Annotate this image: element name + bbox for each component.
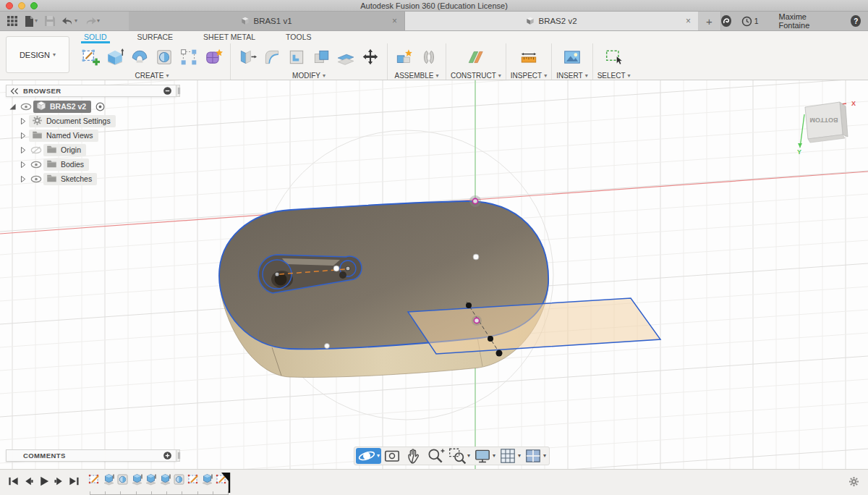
timeline-feature-hole[interactable]: [116, 473, 129, 486]
joint-icon[interactable]: [417, 45, 441, 69]
document-tab-bras2[interactable]: BRAS2 v2 ×: [405, 12, 698, 30]
new-tab-button[interactable]: +: [698, 12, 721, 30]
ribbon-tab-sheet-metal[interactable]: SHEET METAL: [200, 33, 258, 43]
browser-item-origin[interactable]: Origin: [6, 143, 179, 157]
group-dropdown-assemble[interactable]: ASSEMBLE▾: [395, 72, 439, 80]
collapse-panel-icon[interactable]: [10, 88, 19, 95]
timeline-feature-extrude[interactable]: [145, 473, 157, 486]
fillet-icon[interactable]: [260, 45, 284, 69]
timeline-feature-sketch[interactable]: [187, 473, 200, 486]
play-button[interactable]: [38, 475, 50, 488]
expand-icon[interactable]: [16, 160, 29, 169]
zoom-button[interactable]: [425, 448, 446, 464]
toolbar-group-modify: MODIFY▾: [235, 43, 383, 80]
timeline-settings-gear-icon[interactable]: [848, 476, 859, 490]
revolve-icon[interactable]: [127, 45, 152, 69]
group-dropdown-modify[interactable]: MODIFY▾: [292, 72, 326, 80]
group-dropdown-construct[interactable]: CONSTRUCT▾: [451, 72, 501, 80]
group-dropdown-create[interactable]: CREATE▾: [135, 72, 169, 80]
pan-button[interactable]: [403, 448, 425, 464]
select-box-icon[interactable]: [602, 45, 626, 69]
expand-icon[interactable]: [16, 117, 29, 126]
visibility-eye-icon[interactable]: [29, 160, 43, 169]
create-form-icon[interactable]: [201, 45, 226, 69]
viewcube[interactable]: BOTTOM X Y: [797, 100, 856, 156]
viewports-button[interactable]: ▾: [522, 448, 548, 464]
user-account[interactable]: Maxime Fontaine: [778, 12, 830, 30]
add-comment-icon[interactable]: [163, 451, 172, 460]
job-status[interactable]: 1: [741, 16, 759, 27]
browser-root-row[interactable]: BRAS2 v2: [6, 99, 179, 114]
timeline-playhead[interactable]: [221, 472, 232, 495]
go-to-start-button[interactable]: [7, 475, 20, 488]
viewport[interactable]: BOTTOM X Y BROWSER BRAS2 v2Document Sett…: [0, 80, 868, 469]
ribbon-tab-tools[interactable]: TOOLS: [283, 33, 314, 43]
activate-component-icon[interactable]: [95, 101, 106, 112]
insert-image-icon[interactable]: [560, 45, 584, 69]
comments-panel-header[interactable]: COMMENTS: [6, 449, 176, 462]
step-forward-button[interactable]: [53, 475, 65, 488]
redo-icon[interactable]: ▾: [83, 15, 101, 28]
help-icon[interactable]: ?: [851, 15, 861, 27]
timeline-feature-extrude[interactable]: [131, 473, 143, 486]
construct-plane-icon[interactable]: [464, 45, 488, 69]
pattern-icon[interactable]: [176, 45, 201, 69]
extrude-icon[interactable]: [103, 45, 127, 69]
group-dropdown-insert[interactable]: INSERT▾: [556, 72, 588, 80]
timeline-feature-sketch[interactable]: [88, 473, 101, 486]
timeline-feature-extrude[interactable]: [159, 473, 171, 486]
expand-icon[interactable]: [16, 174, 29, 184]
create-sketch-icon[interactable]: [78, 45, 103, 69]
browser-item-document-settings[interactable]: Document Settings: [6, 114, 179, 128]
grid-settings-button[interactable]: ▾: [497, 448, 522, 464]
offset-face-icon[interactable]: [333, 45, 358, 69]
new-component-icon[interactable]: [392, 45, 417, 69]
combine-icon[interactable]: [309, 45, 333, 69]
step-back-button[interactable]: [22, 475, 35, 488]
display-settings-button[interactable]: ▾: [472, 448, 497, 464]
measure-icon[interactable]: [516, 45, 541, 69]
browser-item-sketches[interactable]: Sketches: [6, 172, 179, 186]
browser-item-named-views[interactable]: Named Views: [6, 128, 179, 143]
expand-icon[interactable]: [16, 131, 29, 140]
zoom-window-button[interactable]: ▾: [446, 448, 472, 464]
browser-item-bodies[interactable]: Bodies: [6, 157, 179, 172]
look-at-button[interactable]: [381, 448, 403, 464]
toolbar-group-select: SELECT▾: [597, 43, 631, 80]
save-icon[interactable]: [43, 14, 56, 28]
extensions-icon[interactable]: [721, 15, 731, 27]
comments-panel-grip[interactable]: [176, 449, 180, 462]
shell-icon[interactable]: [284, 45, 309, 69]
zoom-window-button[interactable]: [30, 2, 38, 9]
visibility-eye-hidden-icon[interactable]: [29, 145, 43, 155]
browser-panel-grip[interactable]: [176, 85, 180, 97]
timeline-feature-extrude[interactable]: [201, 473, 213, 486]
app-grid-icon[interactable]: [6, 14, 19, 28]
remove-panel-icon[interactable]: [163, 86, 172, 96]
move-icon[interactable]: [358, 45, 383, 69]
timeline-feature-hole[interactable]: [173, 473, 185, 486]
ribbon-tab-solid[interactable]: SOLID: [81, 33, 110, 43]
close-tab-icon[interactable]: ×: [686, 16, 691, 26]
viewcube-face-label[interactable]: BOTTOM: [810, 117, 838, 124]
workspace-selector[interactable]: DESIGN▾: [6, 36, 69, 73]
minimize-window-button[interactable]: [18, 2, 25, 9]
close-window-button[interactable]: [6, 2, 13, 9]
expand-icon[interactable]: [6, 102, 19, 111]
document-tab-bras1[interactable]: BRAS1 v1 ×: [129, 12, 405, 30]
ribbon-tab-surface[interactable]: SURFACE: [135, 33, 176, 43]
browser-panel-header[interactable]: BROWSER: [6, 85, 176, 97]
timeline-feature-extrude[interactable]: [103, 473, 115, 486]
hole-icon[interactable]: [152, 45, 176, 69]
visibility-eye-icon[interactable]: [29, 174, 43, 184]
orbit-button[interactable]: ▾: [356, 448, 381, 464]
go-to-end-button[interactable]: [68, 475, 80, 488]
group-dropdown-select[interactable]: SELECT▾: [597, 72, 631, 80]
visibility-eye-icon[interactable]: [19, 102, 33, 111]
press-pull-icon[interactable]: [235, 45, 260, 69]
group-dropdown-inspect[interactable]: INSPECT▾: [511, 72, 547, 80]
undo-icon[interactable]: ▾: [61, 15, 79, 28]
expand-icon[interactable]: [16, 145, 29, 155]
file-menu-icon[interactable]: ▾: [23, 14, 39, 28]
close-tab-icon[interactable]: ×: [392, 16, 397, 26]
